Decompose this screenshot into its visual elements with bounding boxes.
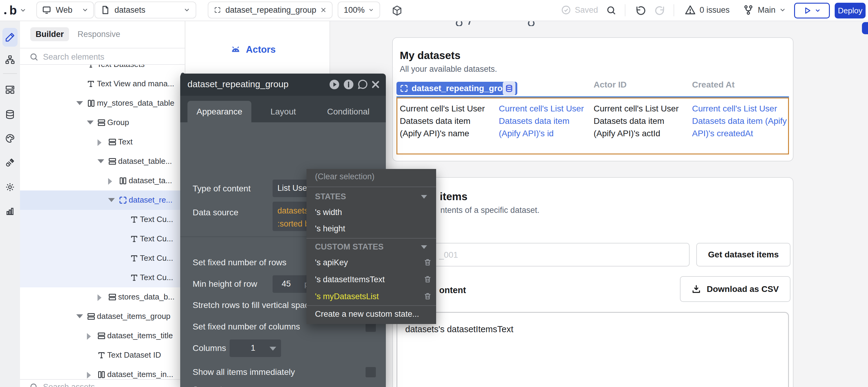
tree-item[interactable]: Text Cu... (20, 249, 185, 268)
components-cube-icon[interactable] (391, 5, 403, 17)
data-icon[interactable] (5, 109, 15, 120)
page-select[interactable]: datasets (94, 1, 196, 19)
caret-expanded-icon[interactable] (87, 121, 94, 125)
menu-item-mydatasetslist-highlighted[interactable]: 's myDatasetsList (315, 292, 379, 301)
bubble-logo-menu[interactable]: b (4, 2, 28, 19)
table-cell-name[interactable]: Current cell's List User Datasets data i… (400, 102, 494, 139)
table-cell-actid[interactable]: Current cell's List User Datasets data i… (594, 102, 681, 139)
undo-icon[interactable] (635, 5, 646, 17)
workflow-icon[interactable] (5, 55, 15, 65)
tree-item[interactable]: Text Cu... (20, 210, 185, 229)
preview-element-icon[interactable] (329, 79, 340, 90)
plugins-icon[interactable] (5, 158, 15, 168)
tab-conditional[interactable]: Conditional (321, 101, 376, 122)
tree-item-selected[interactable]: dataset_re... (20, 191, 185, 210)
menu-section-custom-states[interactable]: CUSTOM STATES (315, 242, 384, 252)
caret-collapsed-icon[interactable] (87, 372, 91, 379)
caret-expanded-icon[interactable] (76, 314, 83, 318)
search-assets-field[interactable]: Search assets (20, 379, 185, 387)
search-elements-field[interactable]: Search elements (20, 49, 185, 65)
styles-palette-icon[interactable] (5, 133, 15, 143)
monitor-icon (42, 5, 52, 15)
search-icon[interactable] (606, 5, 617, 16)
tree-item[interactable]: Group (20, 113, 185, 132)
trash-icon[interactable] (424, 258, 432, 266)
settings-gear-icon[interactable] (5, 182, 15, 192)
comment-icon[interactable] (357, 79, 368, 90)
element-tab[interactable]: dataset_repeating_group (208, 1, 333, 19)
menu-item-create-custom-state[interactable]: Create a new custom state... (315, 310, 419, 319)
download-csv-button[interactable]: Download as CSV (680, 276, 790, 302)
preview-button[interactable] (794, 3, 830, 19)
dataset-id-input-text: _001 (439, 250, 458, 260)
data-source-prefix[interactable]: datasets (277, 206, 308, 216)
data-source-suffix[interactable]: :sorted b (277, 219, 309, 229)
clipped-blue-button[interactable] (862, 22, 868, 34)
table-cell-id[interactable]: Current cell's List User Datasets data i… (499, 102, 585, 139)
tree-item-label: dataset_items_in... (107, 370, 173, 379)
tree-item[interactable]: stores_data_b... (20, 287, 185, 307)
trash-icon[interactable] (424, 292, 432, 300)
group-icon (97, 331, 106, 341)
type-of-content-label: Type of content (193, 184, 250, 193)
design-tab-active[interactable] (2, 28, 18, 46)
tree-item[interactable]: Text Cu... (20, 229, 185, 249)
close-icon[interactable] (370, 79, 381, 90)
caret-expanded-icon[interactable] (108, 198, 115, 202)
issues-indicator[interactable]: 0 issues (684, 4, 730, 16)
dataset-output-box[interactable]: datasets's datasetItemsText (397, 312, 789, 387)
close-icon[interactable] (320, 6, 327, 14)
tree-item[interactable]: Text Datasets (20, 65, 185, 74)
menu-item-datasetitemstext[interactable]: 's datasetItemsText (315, 275, 384, 284)
tree-item[interactable]: Text Dataset ID (20, 346, 185, 365)
platform-select[interactable]: Web (36, 1, 94, 19)
get-dataset-items-label: Get dataset items (708, 250, 779, 259)
trash-icon[interactable] (424, 275, 432, 284)
menu-item-height[interactable]: 's height (315, 224, 345, 233)
info-icon[interactable] (343, 79, 354, 90)
tab-layout[interactable]: Layout (262, 101, 304, 122)
zoom-select[interactable]: 100% (338, 1, 380, 19)
data-source-badge[interactable] (503, 81, 516, 96)
tree-item[interactable]: dataset_items_in... (20, 365, 185, 379)
caret-collapsed-icon[interactable] (87, 333, 91, 340)
element-tab-label: dataset_repeating_group (225, 5, 316, 15)
menu-section-states[interactable]: STATES (315, 192, 346, 201)
tree-item[interactable]: Text View and mana... (20, 74, 185, 94)
caret-collapsed-icon[interactable] (97, 139, 101, 146)
state-picker-dropdown: (Clear selection) STATES 's width 's hei… (307, 169, 436, 324)
menu-item-clear-selection[interactable]: (Clear selection) (315, 172, 375, 182)
actors-nav-item[interactable]: Actors (230, 43, 276, 56)
redo-icon[interactable] (654, 5, 666, 17)
logs-chart-icon[interactable] (5, 206, 15, 216)
menu-item-width[interactable]: 's width (315, 208, 342, 217)
tree-item[interactable]: dataset_items_title (20, 326, 185, 346)
show-all-checkbox[interactable] (366, 367, 376, 377)
tab-builder[interactable]: Builder (30, 27, 69, 41)
columns-select[interactable]: 1 (229, 340, 281, 357)
table-cell-createdat[interactable]: Current cell's List User Datasets data i… (692, 102, 792, 139)
dataset-id-input[interactable]: _001 (400, 243, 690, 266)
dialog-header[interactable]: dataset_repeating_group (180, 73, 386, 96)
menu-item-apikey[interactable]: 's apiKey (315, 258, 348, 267)
tree-item[interactable]: dataset_ta... (20, 171, 185, 191)
tree-item[interactable]: dataset_items_group (20, 307, 185, 326)
elements-panel: Builder Responsive Search elements Text … (20, 21, 185, 387)
caret-expanded-icon[interactable] (76, 101, 83, 105)
tree-item[interactable]: my_stores_data_table (20, 94, 185, 113)
tab-appearance-active[interactable]: Appearance (187, 101, 251, 122)
get-dataset-items-button[interactable]: Get dataset items (696, 243, 790, 266)
caret-collapsed-icon[interactable] (108, 178, 112, 185)
components-icon[interactable] (5, 85, 15, 95)
tree-item[interactable]: dataset_table... (20, 152, 185, 171)
deploy-button[interactable]: Deploy (835, 3, 866, 19)
text-icon (130, 234, 139, 244)
selected-element-chip[interactable]: dataset_repeating_group (397, 82, 517, 95)
dataset-output-text: datasets's datasetItemsText (405, 324, 513, 334)
caret-expanded-icon[interactable] (97, 159, 104, 163)
tree-item[interactable]: Text (20, 132, 185, 152)
tab-responsive[interactable]: Responsive (78, 27, 120, 41)
tree-item[interactable]: Text Cu... (20, 268, 185, 287)
caret-collapsed-icon[interactable] (97, 294, 101, 301)
branch-selector[interactable]: Main (743, 4, 786, 16)
